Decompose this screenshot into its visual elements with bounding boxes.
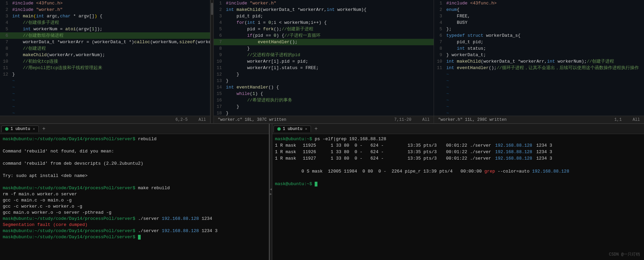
terminal-tab-label-right: 1 ubuntu — [283, 127, 302, 131]
ps-row: 1 R mask 11927 1 33 80 0 - 624 - 13:35 p… — [275, 155, 641, 162]
split-arrow-left: ◀ — [270, 187, 272, 192]
editor-pane-worker-c: 1#include "worker.h" 2int makeChild(work… — [214, 0, 434, 123]
file-info-worker-h: "worker.h" 11L, 298C written — [438, 117, 507, 122]
tilde-line: ~ — [434, 110, 644, 116]
status-position: 6,2-5 — [175, 117, 188, 122]
code-line: 14int eventHandler() { — [214, 84, 434, 91]
terminal-content-left[interactable]: mask@ubuntu:~/study/code/Day14/processPo… — [0, 134, 269, 260]
ps-row: 1 R mask 11925 1 33 80 0 - 624 - 13:35 p… — [275, 142, 641, 149]
terminal-line: gcc -c worker.c -o worker.o -g — [3, 204, 266, 210]
code-line: 5}; — [434, 26, 644, 32]
tilde-line: ~ — [434, 71, 644, 78]
tilde-line: ~ — [434, 78, 644, 84]
status-all-worker-h: All — [632, 117, 640, 122]
code-line: 3 FREE, — [434, 13, 644, 19]
code-line: 2enum{ — [434, 6, 644, 13]
code-line: 9 makeChild(workerArr,workerNum); — [0, 52, 210, 58]
status-all: All — [198, 117, 206, 122]
code-line: 7 eventHandler(); — [214, 39, 434, 45]
terminal-area: 1 ubuntu ✕ + mask@ubuntu:~/study/code/Da… — [0, 123, 644, 260]
editor-area: 1#include <43func.h> 2#include "worker.h… — [0, 0, 644, 123]
tilde-line: ~ — [434, 84, 644, 91]
code-line: 1#include <43func.h> — [434, 0, 644, 6]
tilde-line: ~ — [434, 91, 644, 97]
terminal-tab-add-left[interactable]: + — [40, 126, 48, 132]
terminal-content-right[interactable]: mask@ubuntu:~$ ps -elf|grep 192.168.88.1… — [272, 134, 644, 260]
code-line: 11 workerArr[i].status = FREE; — [214, 65, 434, 71]
terminal-tab-bar-right: 1 ubuntu ✕ + — [272, 124, 644, 134]
tilde-line: ~ — [0, 84, 210, 91]
terminal-line — [3, 155, 266, 161]
editor-pane-main-c: 1#include <43func.h> 2#include "worker.h… — [0, 0, 210, 123]
code-line: 6 if(pid == 0) {//子进程一直循环 — [214, 32, 434, 39]
code-line: 18} — [214, 110, 434, 116]
terminal-line: command 'rebuild' from deb devscripts (2… — [3, 161, 266, 167]
code-line: 6 //创建数组存储进程 — [0, 32, 210, 39]
code-line: 5 pid = fork();//创建新子进程 — [214, 26, 434, 32]
tilde-line: ~ — [0, 78, 210, 84]
code-line: 8 } — [214, 45, 434, 52]
code-line: 15 while(1) { — [214, 91, 434, 97]
terminal-line: gcc -c main.c -o main.o -g — [3, 197, 266, 204]
tilde-line: ~ — [434, 103, 644, 110]
terminal-split-handle[interactable]: ◀ ▶ — [269, 124, 272, 260]
vertical-scrollbar-1[interactable] — [210, 0, 214, 123]
code-line: 10 //初始化tcp连接 — [0, 58, 210, 65]
code-line: 3 pid_t pid; — [214, 13, 434, 19]
code-line: 13} — [214, 78, 434, 84]
terminal-line — [3, 167, 266, 173]
terminal-line: rm -f main.o worker.o server — [3, 191, 266, 197]
split-arrow-right: ▶ — [270, 192, 272, 197]
code-line: 1#include "worker.h" — [214, 0, 434, 6]
code-line: 5 int workerNum = atoi(argv[1]); — [0, 26, 210, 32]
tilde-line: ~ — [434, 97, 644, 103]
tilde-line: ~ — [0, 103, 210, 110]
status-all-worker-c: All — [422, 117, 430, 122]
terminal-line: Command 'rebuild' not found, did you mea… — [3, 148, 266, 155]
terminal-tab-ubuntu-left[interactable]: 1 ubuntu ✕ — [1, 126, 39, 132]
status-bar-worker-c: "worker.c" 18L, 387C written 7,11-20 All — [214, 116, 434, 123]
terminal-line: mask@ubuntu:~/study/code/Day14/processPo… — [3, 216, 266, 222]
code-line: 1#include <43func.h> — [0, 0, 210, 6]
code-line: 17 } — [214, 103, 434, 110]
code-line: 6typedef struct workerData_s{ — [434, 32, 644, 39]
terminal-tab-close-left[interactable]: ✕ — [33, 127, 35, 131]
terminal-line — [3, 142, 266, 148]
terminal-line: Try: sudo apt install <deb name> — [3, 173, 266, 179]
code-line: 7 workerData_t *workerArr = (workerData_… — [0, 39, 210, 45]
terminal-tab-add-right[interactable]: + — [312, 126, 320, 132]
code-line: 12} — [0, 71, 210, 78]
code-line: 11 //用epoll把tcp连接和子线程管理起来 — [0, 65, 210, 71]
code-line: 3int main(int argc,char * argv[]) { — [0, 13, 210, 19]
ps-row-grep: 0 S mask 12005 11984 0 80 0 - 2264 pipe_… — [275, 162, 641, 181]
terminal-line: mask@ubuntu:~/study/code/Day14/processPo… — [3, 234, 266, 240]
code-line: 7 pid_t pid; — [434, 39, 644, 45]
terminal-line-ps-cmd: mask@ubuntu:~$ ps -elf|grep 192.168.88.1… — [275, 136, 641, 142]
cursor-right — [315, 182, 317, 186]
terminal-line: Segmentation fault (core dumped) — [3, 222, 266, 228]
cursor — [138, 235, 141, 240]
tilde-line: ~ — [0, 97, 210, 103]
terminal-tab-label-left: 1 ubuntu — [11, 127, 30, 131]
editor-pane-worker-h: 1#include <43func.h> 2enum{ 3 FREE, 4 BU… — [434, 0, 644, 123]
code-line: 4 for(int i = 0;i < workerNum;i++) { — [214, 19, 434, 26]
status-position-worker-h: 1,1 — [614, 117, 622, 122]
terminal-tab-ubuntu-right[interactable]: 1 ubuntu ✕ — [274, 126, 311, 132]
terminal-status-icon — [5, 127, 8, 131]
code-line: 2int makeChild(workerData_t *workerArr,i… — [214, 6, 434, 13]
code-line: 8 //创建进程 — [0, 45, 210, 52]
terminal-line: gcc main.o worker.o -o server -pthread -… — [3, 210, 266, 216]
code-content-worker-c: 1#include "worker.h" 2int makeChild(work… — [214, 0, 434, 116]
code-line: 10int makeChild(workerData_t *workerArr,… — [434, 58, 644, 65]
code-line: 12 } — [214, 71, 434, 78]
code-line: 8 int status; — [434, 45, 644, 52]
code-line: 9} workerData_t; — [434, 52, 644, 58]
terminal-tab-close-right[interactable]: ✕ — [305, 127, 308, 131]
watermark: CSDN @一只叮铛 — [609, 251, 640, 257]
terminal-line: mask@ubuntu:~/study/code/Day14/processPo… — [3, 136, 266, 142]
tilde-line: ~ — [0, 110, 210, 116]
status-position-worker-c: 7,11-20 — [394, 117, 411, 122]
code-line: 11int eventHandler();//循环子进程，让其不会退出，后续可以… — [434, 65, 644, 71]
terminal-pane-right: 1 ubuntu ✕ + mask@ubuntu:~$ ps -elf|grep… — [272, 124, 644, 260]
code-line: 16 //希望进程执行的事务 — [214, 97, 434, 103]
